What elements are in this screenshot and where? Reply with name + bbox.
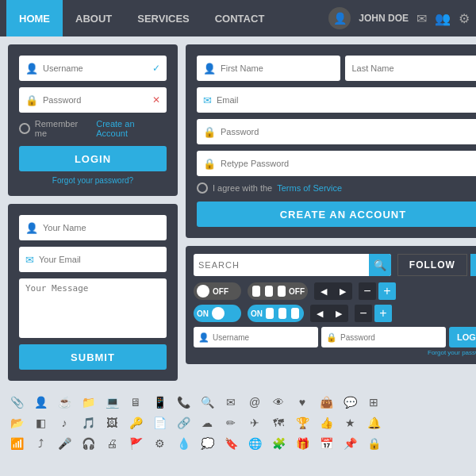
- username-input[interactable]: [43, 63, 152, 73]
- search-icon[interactable]: 🔍: [198, 393, 216, 411]
- terms-link[interactable]: Terms of Service: [277, 183, 342, 193]
- heart-icon[interactable]: ♥: [294, 393, 311, 411]
- create-account-link[interactable]: Create an Account: [96, 119, 167, 138]
- nav-prev-1[interactable]: ◀: [314, 282, 333, 300]
- toggle-1-label: OFF: [213, 287, 228, 296]
- login-bar-forgot[interactable]: Forgot your password?: [194, 349, 476, 356]
- globe-icon[interactable]: 🌐: [246, 435, 263, 452]
- search-input[interactable]: [198, 260, 369, 270]
- icons-row-2: 📂 ◧ ♪ 🎵 🖼 🔑 📄 🔗 ☁ ✏ ✈ 🗺 🏆 👍 ★ 🔔: [8, 414, 468, 432]
- chat-icon[interactable]: 💬: [341, 393, 359, 411]
- forgot-link[interactable]: Forgot your password?: [19, 176, 167, 185]
- follow-button[interactable]: FOLLOW: [397, 254, 467, 276]
- remember-radio[interactable]: [19, 123, 30, 134]
- puzzle-icon[interactable]: 🧩: [270, 435, 287, 452]
- remember-row: Remember me Create an Account: [19, 119, 167, 138]
- printer-icon[interactable]: 🖨: [103, 435, 121, 452]
- mail-icon[interactable]: ✉: [416, 11, 427, 26]
- coffee-icon[interactable]: ☕: [56, 393, 73, 411]
- contact-name-input[interactable]: [43, 223, 160, 232]
- lock2-icon[interactable]: 🔒: [365, 435, 382, 452]
- contact-message-row: [19, 278, 167, 338]
- folder-icon[interactable]: 📁: [79, 393, 97, 411]
- users-icon[interactable]: 👥: [435, 11, 451, 26]
- pencil-icon[interactable]: ✏: [222, 414, 240, 432]
- trophy-icon[interactable]: 🏆: [294, 414, 311, 432]
- key-icon[interactable]: 🔑: [127, 414, 144, 432]
- phone-icon[interactable]: 📞: [175, 393, 192, 411]
- flag-icon[interactable]: 🚩: [127, 435, 144, 452]
- bag-icon[interactable]: 👜: [317, 393, 335, 411]
- eye-icon[interactable]: 👁: [270, 393, 287, 411]
- nav-contact[interactable]: CONTACT: [202, 0, 278, 36]
- toggle-1[interactable]: OFF: [194, 282, 241, 300]
- login-bar-username[interactable]: [213, 333, 313, 342]
- remember-label: Remember me: [35, 119, 91, 138]
- bookmark-icon[interactable]: 🔖: [222, 435, 240, 452]
- toggle-3-knob: [212, 307, 225, 320]
- plane-icon[interactable]: ✈: [246, 414, 263, 432]
- create-account-button[interactable]: CREATE AN ACCOUNT: [197, 202, 476, 227]
- calendar-icon[interactable]: 📅: [317, 435, 335, 452]
- nav-services[interactable]: SERVICES: [125, 0, 202, 36]
- follow-plus-button[interactable]: +: [470, 254, 476, 276]
- first-name-input[interactable]: [221, 63, 334, 73]
- nav-prev-2[interactable]: ◀: [310, 305, 329, 322]
- paperclip-icon[interactable]: 📎: [8, 393, 25, 411]
- headset-icon[interactable]: 🎧: [79, 435, 97, 452]
- gift-icon[interactable]: 🎁: [294, 435, 311, 452]
- minus-btn-2[interactable]: −: [355, 305, 372, 322]
- password-input[interactable]: [43, 95, 152, 105]
- tablet-icon[interactable]: 📱: [151, 393, 168, 411]
- login-bar-password[interactable]: [340, 333, 441, 342]
- droplet-icon[interactable]: 💧: [175, 435, 192, 452]
- toggle-4[interactable]: ON: [248, 305, 304, 322]
- minus-btn-1[interactable]: −: [359, 282, 376, 300]
- music-icon[interactable]: ♪: [56, 414, 73, 432]
- note-icon[interactable]: 🎵: [79, 414, 97, 432]
- login-button[interactable]: LOGIN: [19, 146, 167, 171]
- comment-icon[interactable]: 💭: [198, 435, 216, 452]
- at-icon[interactable]: @: [246, 393, 263, 411]
- map-icon[interactable]: 🗺: [270, 414, 287, 432]
- register-email-input[interactable]: [217, 95, 476, 105]
- toggle-3[interactable]: ON: [194, 305, 241, 322]
- gear2-icon[interactable]: ⚙: [151, 435, 168, 452]
- link-icon[interactable]: 🔗: [175, 414, 192, 432]
- nav-about[interactable]: ABOUT: [63, 0, 125, 36]
- pin-icon[interactable]: 📌: [341, 435, 359, 452]
- terms-radio[interactable]: [197, 182, 208, 194]
- folder2-icon[interactable]: 📂: [8, 414, 25, 432]
- laptop-icon[interactable]: 💻: [103, 393, 121, 411]
- search-button[interactable]: 🔍: [369, 254, 391, 276]
- last-name-input[interactable]: [351, 63, 476, 73]
- contact-message-input[interactable]: [25, 283, 160, 331]
- contact-email-input[interactable]: [39, 255, 160, 264]
- login-bar: 👤 🔒 LOGIN: [194, 327, 476, 347]
- monitor-icon[interactable]: 🖥: [127, 393, 144, 411]
- nav-next-1[interactable]: ▶: [333, 282, 352, 300]
- login-bar-button[interactable]: LOGIN: [449, 327, 476, 347]
- doc-icon[interactable]: 📄: [151, 414, 168, 432]
- envelope-icon[interactable]: ✉: [222, 393, 240, 411]
- bell-icon[interactable]: 🔔: [365, 414, 382, 432]
- wifi-icon[interactable]: 📶: [8, 435, 25, 452]
- picture-icon[interactable]: 🖼: [103, 414, 121, 432]
- grid-icon[interactable]: ⊞: [365, 393, 382, 411]
- person-icon[interactable]: 👤: [32, 393, 49, 411]
- toggle-2[interactable]: OFF: [248, 282, 308, 300]
- register-password-input[interactable]: [221, 127, 476, 136]
- nav-home[interactable]: HOME: [6, 0, 63, 36]
- submit-button[interactable]: SUBMIT: [19, 344, 167, 370]
- star-icon[interactable]: ★: [341, 414, 359, 432]
- nav-next-2[interactable]: ▶: [329, 305, 348, 322]
- cloud-icon[interactable]: ☁: [198, 414, 216, 432]
- plus-btn-1[interactable]: +: [378, 282, 396, 300]
- share-icon[interactable]: ⤴: [32, 435, 49, 452]
- settings-icon[interactable]: ⚙: [459, 11, 470, 26]
- plus-btn-2[interactable]: +: [374, 305, 392, 322]
- register-retype-input[interactable]: [221, 159, 476, 168]
- thumbsup-icon[interactable]: 👍: [317, 414, 335, 432]
- mic-icon[interactable]: 🎤: [56, 435, 73, 452]
- layers-icon[interactable]: ◧: [32, 414, 49, 432]
